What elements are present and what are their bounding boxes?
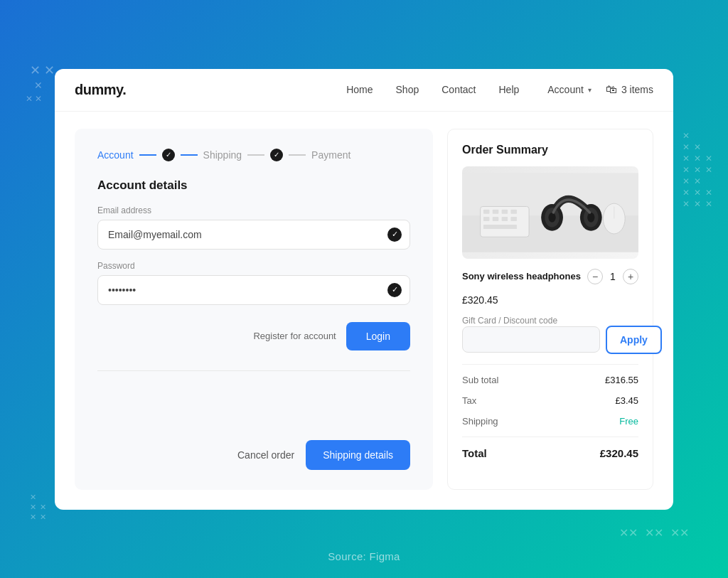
step-payment-label: Payment: [311, 149, 350, 161]
email-check-icon: ✓: [387, 228, 402, 242]
svg-point-17: [587, 213, 594, 223]
step-line-1: [139, 154, 156, 156]
shipping-details-button[interactable]: Shipping details: [306, 440, 410, 470]
step-line-3: [247, 154, 264, 156]
login-button[interactable]: Login: [346, 322, 410, 350]
password-label: Password: [97, 261, 410, 271]
svg-rect-5: [502, 209, 508, 213]
product-name: Sony wireless headphones: [462, 271, 582, 282]
shipping-value: Free: [619, 416, 638, 427]
section-title: Account details: [97, 178, 410, 193]
order-summary-panel: Order Summary: [447, 129, 653, 490]
stepper: Account ✓ Shipping ✓ Payment: [97, 149, 410, 161]
subtotal-label: Sub total: [462, 375, 498, 385]
navbar: dummy. Home Shop Contact Help Account ▾ …: [55, 69, 673, 112]
total-label: Total: [462, 447, 487, 459]
tax-value: £3.45: [615, 395, 638, 406]
register-link[interactable]: Register for account: [253, 331, 336, 341]
cancel-order-button[interactable]: Cancel order: [237, 449, 294, 461]
form-actions: Register for account Login: [97, 322, 410, 350]
step-line-4: [289, 154, 306, 156]
bottom-actions: Cancel order Shipping details: [97, 440, 410, 470]
discount-row: Apply: [462, 326, 638, 354]
logo: dummy.: [75, 82, 126, 98]
svg-rect-4: [493, 209, 499, 213]
password-check-icon: ✓: [387, 283, 402, 297]
tax-label: Tax: [462, 395, 476, 406]
cart-button[interactable]: 🛍 3 items: [606, 83, 653, 96]
subtotal-row: Sub total £316.55: [462, 375, 638, 385]
discount-section: Gift Card / Discount code Apply: [462, 316, 638, 354]
total-row: Total £320.45: [462, 447, 638, 459]
password-wrapper: ✓: [97, 275, 410, 305]
account-button[interactable]: Account ▾: [547, 84, 592, 95]
product-row: Sony wireless headphones − 1 +: [462, 269, 638, 284]
left-panel: Account ✓ Shipping ✓ Payment Account det…: [75, 129, 433, 490]
nav-links: Home Shop Contact Help: [346, 84, 519, 95]
quantity-control: − 1 +: [587, 269, 638, 284]
svg-rect-9: [502, 216, 508, 220]
summary-divider-1: [462, 364, 638, 365]
shipping-label: Shipping: [462, 416, 498, 427]
main-card: dummy. Home Shop Contact Help Account ▾ …: [55, 69, 673, 510]
tax-row: Tax £3.45: [462, 395, 638, 406]
summary-divider-2: [462, 437, 638, 437]
step-check-2: ✓: [270, 149, 283, 161]
quantity-value: 1: [609, 271, 617, 282]
discount-label: Gift Card / Discount code: [462, 316, 638, 326]
nav-shop[interactable]: Shop: [396, 84, 419, 95]
svg-point-14: [548, 213, 555, 223]
shipping-row: Shipping Free: [462, 416, 638, 427]
step-shipping-label: Shipping: [203, 149, 242, 161]
svg-rect-10: [510, 216, 517, 220]
apply-button[interactable]: Apply: [606, 326, 662, 354]
password-input[interactable]: [97, 275, 410, 305]
subtotal-value: £316.55: [605, 375, 638, 385]
email-wrapper: ✓: [97, 220, 410, 250]
step-account-label: Account: [97, 149, 134, 161]
order-summary-title: Order Summary: [462, 144, 638, 156]
step-check-1: ✓: [162, 149, 175, 161]
cart-icon: 🛍: [606, 83, 617, 96]
svg-rect-7: [483, 216, 490, 220]
quantity-increase-button[interactable]: +: [623, 269, 638, 284]
source-label: Source: Figma: [328, 550, 400, 562]
svg-rect-11: [483, 225, 517, 229]
product-image: [462, 166, 638, 259]
step-line-2: [181, 154, 198, 156]
email-label: Email address: [97, 205, 410, 215]
content-area: Account ✓ Shipping ✓ Payment Account det…: [55, 112, 673, 510]
svg-rect-8: [493, 216, 499, 220]
form-divider: [97, 370, 410, 371]
quantity-decrease-button[interactable]: −: [587, 269, 603, 284]
nav-right: Account ▾ 🛍 3 items: [547, 83, 653, 96]
chevron-down-icon: ▾: [588, 86, 592, 94]
nav-home[interactable]: Home: [346, 84, 373, 95]
total-value: £320.45: [600, 447, 638, 459]
email-input[interactable]: [97, 220, 410, 250]
nav-help[interactable]: Help: [498, 84, 519, 95]
product-price: £320.45: [462, 294, 638, 306]
nav-contact[interactable]: Contact: [441, 84, 476, 95]
svg-rect-6: [510, 209, 517, 213]
discount-input[interactable]: [462, 326, 600, 353]
svg-rect-3: [483, 209, 490, 213]
